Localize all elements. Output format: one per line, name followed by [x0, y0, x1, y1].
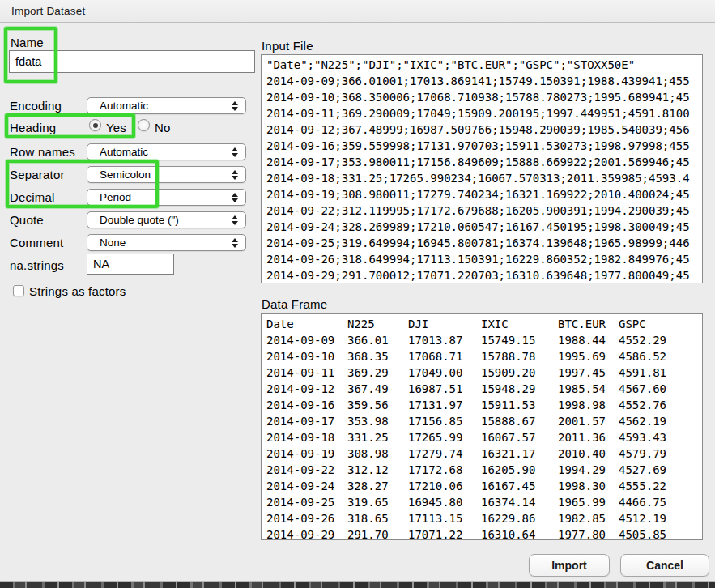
- name-field[interactable]: fdata: [9, 50, 255, 73]
- cell-dji: 17068.71: [408, 348, 481, 364]
- data-frame-header-cell: IXIC: [481, 316, 558, 332]
- comment-label: Comment: [10, 236, 63, 249]
- cell-gspc: 4586.52: [619, 348, 702, 364]
- data-frame-header-cell: N225: [347, 316, 408, 332]
- input-file-line: 2014-09-09;366.01001;17013.869141;15749.…: [266, 73, 702, 89]
- table-row: 2014-09-25 319.65 16945.80 16374.14 1965…: [266, 494, 702, 510]
- input-file-line: 2014-09-25;319.649994;16945.800781;16374…: [266, 235, 702, 251]
- cell-date: 2014-09-26: [266, 510, 347, 526]
- cell-date: 2014-09-11: [266, 364, 347, 381]
- cell-gspc: 4567.60: [619, 381, 702, 397]
- input-file-label: Input File: [262, 39, 313, 53]
- cell-date: 2014-09-10: [266, 348, 347, 364]
- cell-dji: 16945.80: [408, 494, 481, 510]
- cell-gspc: 4512.19: [619, 510, 702, 526]
- cell-dji: 17265.99: [408, 429, 481, 445]
- strings-as-factors-checkbox[interactable]: [13, 285, 24, 296]
- name-label: Name: [11, 36, 44, 49]
- na-strings-label: na.strings: [10, 258, 64, 272]
- strings-as-factors-label: Strings as factors: [29, 284, 126, 298]
- heading-no-radio[interactable]: [138, 119, 150, 131]
- separator-label: Separator: [10, 168, 65, 181]
- row-names-value: Automatic: [100, 146, 148, 158]
- cell-dji: 17156.85: [408, 413, 481, 429]
- page-title: Import Dataset: [11, 5, 85, 17]
- encoding-select[interactable]: Automatic: [87, 97, 246, 114]
- input-file-box[interactable]: "Date";"N225";"DJI";"IXIC";"BTC.EUR";"GS…: [261, 54, 703, 283]
- table-row: 2014-09-24 328.27 17210.06 16167.45 1998…: [266, 478, 702, 494]
- cell-n225: 318.65: [347, 510, 408, 526]
- separator-select[interactable]: Semicolon: [87, 166, 246, 183]
- input-file-line: 2014-09-11;369.290009;17049;15909.200195…: [266, 105, 702, 121]
- row-names-select[interactable]: Automatic: [87, 143, 246, 160]
- cell-btc-eur: 1965.99: [558, 494, 619, 510]
- heading-yes-radio[interactable]: [89, 119, 101, 131]
- cell-btc-eur: 1998.30: [558, 478, 619, 494]
- stepper-icon: [232, 101, 238, 111]
- table-row: 2014-09-17 353.98 17156.85 15888.67 2001…: [266, 413, 702, 429]
- input-file-line: 2014-09-17;353.980011;17156.849609;15888…: [266, 154, 702, 170]
- cell-ixic: 16229.86: [481, 510, 558, 526]
- quote-label: Quote: [10, 213, 44, 227]
- cell-dji: 17131.97: [408, 397, 481, 413]
- table-row: 2014-09-19 308.98 17279.74 16321.17 2010…: [266, 445, 702, 462]
- cell-n225: 353.98: [347, 413, 408, 429]
- cell-n225: 367.49: [347, 381, 408, 397]
- cell-btc-eur: 2001.57: [558, 413, 619, 429]
- cell-dji: 17113.15: [408, 510, 481, 526]
- cell-n225: 369.29: [347, 364, 408, 381]
- cell-dji: 16987.51: [408, 381, 481, 397]
- na-strings-field[interactable]: NA: [87, 254, 174, 275]
- cell-gspc: 4555.22: [619, 478, 702, 494]
- cell-n225: 319.65: [347, 494, 408, 510]
- cell-ixic: 16374.14: [481, 494, 558, 510]
- cell-ixic: 16167.45: [481, 478, 558, 494]
- cell-n225: 308.98: [347, 445, 408, 462]
- comment-value: None: [100, 236, 126, 249]
- encoding-label: Encoding: [10, 99, 62, 113]
- cell-date: 2014-09-18: [266, 429, 347, 445]
- table-row: 2014-09-12 367.49 16987.51 15948.29 1985…: [266, 381, 702, 397]
- cell-btc-eur: 1997.45: [558, 364, 619, 381]
- cell-btc-eur: 1985.54: [558, 381, 619, 397]
- cell-gspc: 4579.79: [619, 445, 702, 462]
- input-file-line: 2014-09-22;312.119995;17172.679688;16205…: [266, 202, 702, 219]
- cell-n225: 312.12: [347, 462, 408, 478]
- cell-dji: 17172.68: [408, 462, 481, 478]
- data-frame-body: 2014-09-09 366.01 17013.87 15749.15 1988…: [266, 332, 702, 540]
- cell-date: 2014-09-19: [266, 445, 347, 462]
- cell-n225: 368.35: [347, 348, 408, 364]
- cell-dji: 17013.87: [408, 332, 481, 348]
- na-strings-value: NA: [93, 258, 109, 271]
- cell-ixic: 16205.90: [481, 462, 558, 478]
- cell-ixic: 15788.78: [481, 348, 558, 364]
- input-file-line: 2014-09-16;359.559998;17131.970703;15911…: [266, 138, 702, 154]
- table-row: 2014-09-10 368.35 17068.71 15788.78 1995…: [266, 348, 702, 364]
- cell-date: 2014-09-22: [266, 462, 347, 478]
- cell-date: 2014-09-25: [266, 494, 347, 510]
- cancel-button[interactable]: Cancel: [620, 554, 709, 577]
- encoding-value: Automatic: [100, 100, 148, 112]
- input-file-line: 2014-09-24;328.269989;17210.060547;16167…: [266, 219, 702, 235]
- cell-btc-eur: 2010.40: [558, 445, 619, 462]
- cell-ixic: 15909.20: [481, 364, 558, 381]
- data-frame-box[interactable]: DateN225DJIIXICBTC.EURGSPC 2014-09-09 36…: [261, 313, 703, 540]
- import-button[interactable]: Import: [529, 554, 610, 577]
- cell-ixic: 16321.17: [481, 445, 558, 462]
- decimal-select[interactable]: Period: [87, 189, 246, 206]
- separator-value: Semicolon: [100, 168, 151, 181]
- cell-n225: 328.27: [347, 478, 408, 494]
- cell-n225: 331.25: [347, 429, 408, 445]
- cell-date: 2014-09-09: [266, 332, 347, 348]
- stepper-icon: [232, 193, 238, 202]
- stepper-icon: [232, 238, 238, 248]
- cell-btc-eur: 1982.85: [558, 510, 619, 526]
- comment-select[interactable]: None: [87, 234, 246, 251]
- cell-gspc: 4591.81: [619, 364, 702, 381]
- table-row: 2014-09-29 291.70 17071.22 16310.64 1977…: [266, 526, 702, 540]
- quote-select[interactable]: Double quote ("): [87, 211, 246, 228]
- cell-btc-eur: 1995.69: [558, 348, 619, 364]
- stepper-icon: [232, 170, 238, 180]
- heading-label: Heading: [10, 121, 56, 134]
- cell-dji: 17279.74: [408, 445, 481, 462]
